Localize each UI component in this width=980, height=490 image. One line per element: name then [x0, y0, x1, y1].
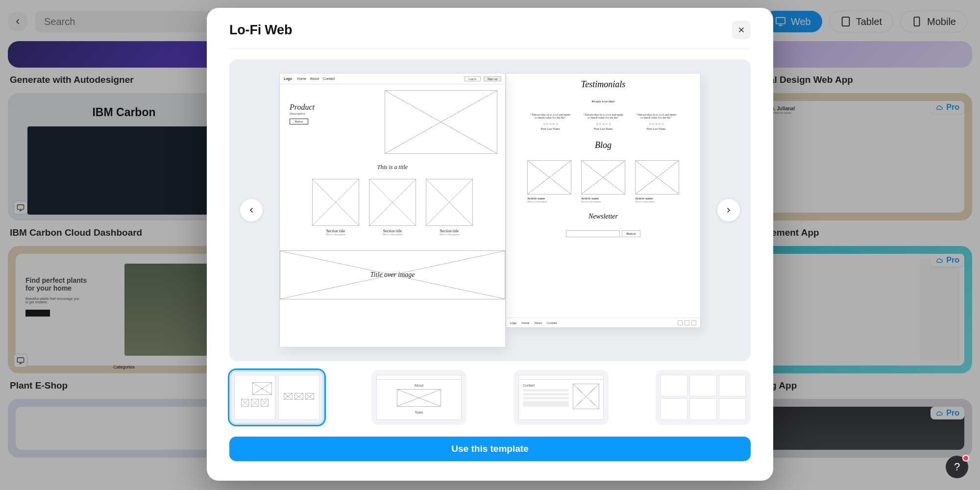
- thumbnail[interactable]: [656, 370, 751, 425]
- next-button[interactable]: [717, 199, 740, 221]
- help-icon: ?: [954, 461, 960, 473]
- close-icon: [738, 26, 745, 33]
- divider: [229, 48, 751, 49]
- template-preview-modal: Lo-Fi Web Testimonials People love this!: [207, 8, 773, 481]
- chevron-right-icon: [725, 206, 733, 214]
- wf-titlerow: This is a title: [288, 164, 497, 171]
- wf-news: Newsletter: [588, 213, 618, 220]
- modal-title: Lo-Fi Web: [229, 23, 292, 38]
- wf-blog: Blog: [595, 140, 612, 150]
- wireframe-preview: Testimonials People love this! "This pro…: [279, 73, 701, 347]
- use-template-button[interactable]: Use this template: [229, 437, 751, 461]
- wf-product: Product: [290, 103, 372, 112]
- notification-dot: [962, 455, 969, 462]
- thumbnail[interactable]: About Team: [371, 370, 466, 425]
- prev-button[interactable]: [240, 199, 263, 221]
- chevron-left-icon: [247, 206, 255, 214]
- close-button[interactable]: [732, 21, 751, 39]
- modal-overlay[interactable]: Lo-Fi Web Testimonials People love this!: [0, 0, 980, 490]
- thumbnail[interactable]: Contact: [514, 370, 609, 425]
- wf-sub: People love this!: [591, 99, 614, 103]
- preview-stage: Testimonials People love this! "This pro…: [229, 59, 751, 361]
- use-template-label: Use this template: [451, 443, 528, 454]
- thumbnail-row: About Team Contact: [207, 361, 773, 425]
- wf-over-image: Title over image: [280, 250, 505, 299]
- wf-testimonials: Testimonials: [581, 79, 625, 90]
- help-button[interactable]: ?: [946, 456, 968, 478]
- thumbnail[interactable]: [229, 370, 324, 425]
